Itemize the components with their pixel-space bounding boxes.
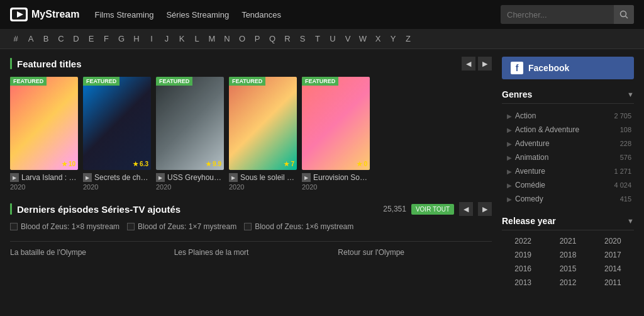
alpha-char-T[interactable]: T	[312, 34, 323, 43]
alpha-char-V[interactable]: V	[342, 34, 353, 43]
year-item-2018[interactable]: 2018	[547, 249, 589, 261]
episode-item-3[interactable]: Blood of Zeus: 1×6 mystream	[244, 222, 353, 231]
alpha-char-P[interactable]: P	[252, 34, 263, 43]
bottom-title-1[interactable]: La bataille de l'Olympe	[10, 248, 164, 257]
alpha-char-K[interactable]: K	[176, 34, 187, 43]
year-item-2014[interactable]: 2014	[592, 263, 634, 274]
alpha-char-B[interactable]: B	[40, 34, 52, 43]
alpha-char-Z[interactable]: Z	[402, 34, 414, 43]
nav-series[interactable]: Séries Streaming	[166, 10, 229, 20]
year-item-2013[interactable]: 2013	[502, 277, 544, 288]
genre-count-comedy: 415	[620, 195, 631, 203]
search-input[interactable]	[501, 10, 614, 20]
movie-card-2[interactable]: FEATURED ★6.3 ▶ Secrets de cha... 2020	[83, 77, 151, 191]
alpha-char-G[interactable]: G	[116, 34, 127, 43]
movie-icon-4: ▶	[229, 173, 238, 182]
genre-name-animation: Animation	[515, 153, 548, 162]
genres-header: Genres ▼	[502, 89, 634, 104]
bottom-title-2[interactable]: Les Plaines de la mort	[174, 248, 328, 257]
genre-count-action-adventure: 108	[620, 126, 631, 133]
year-item-2017[interactable]: 2017	[592, 249, 634, 261]
year-item-2016[interactable]: 2016	[502, 263, 544, 274]
movie-card-4[interactable]: FEATURED ★7 ▶ Sous le soleil d... 2020	[229, 77, 297, 191]
year-item-2011[interactable]: 2011	[592, 277, 634, 288]
alpha-char-E[interactable]: E	[86, 34, 97, 43]
svg-point-2	[621, 11, 626, 17]
year-item-2021[interactable]: 2021	[547, 235, 589, 247]
alpha-char-L[interactable]: L	[191, 34, 203, 43]
episode-checkbox-2[interactable]	[127, 223, 135, 230]
year-item-2019[interactable]: 2019	[502, 249, 544, 261]
genre-animation[interactable]: ▶ Animation 576	[502, 150, 634, 164]
bottom-title-3[interactable]: Retour sur l'Olympe	[338, 248, 492, 257]
featured-badge-1: FEATURED	[10, 77, 47, 86]
movie-info-1: ▶ Larva Island : L...	[10, 173, 78, 182]
alpha-char-X[interactable]: X	[372, 34, 384, 43]
movie-title-5: Eurovision Son...	[313, 173, 370, 182]
alpha-char-I[interactable]: I	[146, 34, 157, 43]
voir-tout-button[interactable]: VOIR TOUT	[411, 204, 454, 215]
facebook-icon: f	[511, 62, 523, 74]
year-item-2015[interactable]: 2015	[547, 263, 589, 274]
genre-arrow-icon-5: ▶	[507, 168, 512, 175]
movie-card-1[interactable]: FEATURED ★10 ▶ Larva Island : L... 2020	[10, 77, 78, 191]
episode-checkbox-1[interactable]	[10, 223, 18, 230]
featured-prev-button[interactable]: ◀	[462, 57, 475, 71]
movie-card-5[interactable]: FEATURED ★0 ▶ Eurovision Son... 2020	[302, 77, 370, 191]
episodes-prev-button[interactable]: ◀	[459, 202, 473, 216]
genre-action-adventure[interactable]: ▶ Action & Adventure 108	[502, 123, 634, 137]
alpha-char-#[interactable]: #	[10, 34, 21, 43]
genre-count-adventure: 228	[620, 140, 631, 147]
alpha-char-C[interactable]: C	[55, 34, 67, 43]
alpha-char-S[interactable]: S	[297, 34, 308, 43]
episodes-count: 25,351	[383, 205, 406, 213]
svg-line-3	[626, 16, 628, 19]
movie-title-3: USS Greyhound...	[167, 173, 224, 182]
movie-rating-4: ★7	[284, 161, 294, 167]
movie-year-4: 2020	[229, 183, 297, 191]
genre-adventure[interactable]: ▶ Adventure 228	[502, 137, 634, 150]
movie-icon-2: ▶	[83, 173, 92, 182]
alpha-char-U[interactable]: U	[327, 34, 338, 43]
alpha-char-Q[interactable]: Q	[267, 34, 278, 43]
episode-item-1[interactable]: Blood of Zeus: 1×8 mystream	[10, 222, 119, 231]
search-button[interactable]	[614, 5, 634, 24]
genre-comedie[interactable]: ▶ Comédie 4 024	[502, 178, 634, 192]
nav-tendances[interactable]: Tendances	[242, 10, 281, 20]
logo[interactable]: MyStream	[10, 8, 79, 21]
movie-card-3[interactable]: FEATURED ★9.9 ▶ USS Greyhound... 2020	[156, 77, 224, 191]
genres-dropdown-icon[interactable]: ▼	[627, 91, 634, 98]
alpha-char-O[interactable]: O	[236, 34, 248, 43]
movie-year-3: 2020	[156, 183, 224, 191]
release-year-dropdown-icon[interactable]: ▼	[627, 217, 634, 225]
alpha-char-H[interactable]: H	[131, 34, 142, 43]
featured-next-button[interactable]: ▶	[478, 57, 492, 71]
alpha-char-A[interactable]: A	[25, 34, 36, 43]
episodes-list: Blood of Zeus: 1×8 mystream Blood of Zeu…	[10, 222, 492, 231]
genre-action[interactable]: ▶ Action 2 705	[502, 109, 634, 123]
alpha-char-Y[interactable]: Y	[387, 34, 399, 43]
alpha-char-R[interactable]: R	[282, 34, 293, 43]
genre-arrow-icon-3: ▶	[507, 140, 512, 147]
episodes-next-button[interactable]: ▶	[478, 202, 492, 216]
year-item-2020[interactable]: 2020	[592, 235, 634, 247]
year-item-2022[interactable]: 2022	[502, 235, 544, 247]
episode-item-2[interactable]: Blood of Zeus: 1×7 mystream	[127, 222, 236, 231]
episode-label-1: Blood of Zeus: 1×8 mystream	[21, 222, 119, 231]
alpha-char-F[interactable]: F	[101, 34, 112, 43]
genre-aventure[interactable]: ▶ Aventure 1 271	[502, 164, 634, 178]
episodes-header: Derniers épisodes Séries-TV ajoutés 25,3…	[10, 202, 492, 216]
genre-arrow-icon-7: ▶	[507, 196, 512, 203]
alpha-char-D[interactable]: D	[70, 34, 82, 43]
nav-films[interactable]: Films Streaming	[94, 10, 153, 20]
episode-checkbox-3[interactable]	[244, 223, 252, 230]
genre-comedy[interactable]: ▶ Comedy 415	[502, 192, 634, 206]
alpha-char-N[interactable]: N	[221, 34, 233, 43]
alpha-char-M[interactable]: M	[206, 34, 218, 43]
year-item-2012[interactable]: 2012	[547, 277, 589, 288]
alpha-char-J[interactable]: J	[161, 34, 172, 43]
facebook-button[interactable]: f Facebook	[502, 57, 634, 79]
alpha-char-W[interactable]: W	[357, 34, 369, 43]
genre-name-action: Action	[515, 111, 536, 120]
genre-count-action: 2 705	[614, 112, 631, 120]
